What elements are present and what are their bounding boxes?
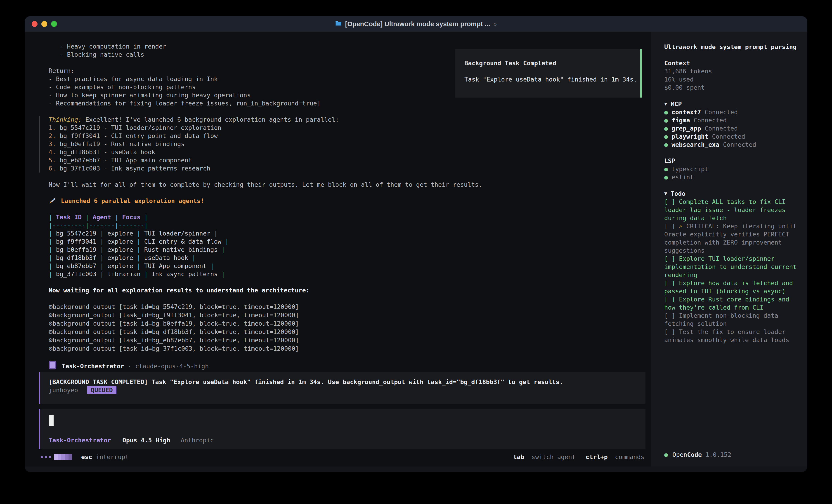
text-segment: Rust native bindings [144,246,218,253]
text-segment: context7 [668,109,701,116]
text-segment: 1. [49,124,56,131]
todo-item: [ ] Explore TUI loader/spinner implement… [664,255,798,279]
transcript-line: |---------|-------|-------| [49,221,627,229]
blank-line [49,353,627,361]
agent-status-line: Task-Orchestrator Opus 4.5 High Anthropi… [49,436,214,444]
lsp-list: ● typescript● eslint [664,165,798,181]
todo-header-label: Todo [671,190,685,197]
blank-line [49,172,627,180]
transcript-line: 6. bg_37f1c003 - Ink async patterns rese… [49,164,627,172]
gear-icon: ⚙ [49,344,53,352]
transcript-line: | bg_eb87ebb7 | explore | TUI App compon… [49,262,627,270]
text-segment: | [133,238,144,245]
lsp-item: ● typescript [664,165,798,173]
text-segment: typescript [668,166,708,172]
text-segment: [ ] Explore Rust core bindings and how t… [664,296,793,311]
text-segment: - How to keep spinner animating during h… [49,92,251,99]
text-segment: | [133,262,144,270]
text-segment: [ ] Explore how data is fetched and pass… [664,280,797,295]
close-button[interactable] [32,21,37,27]
status-dot-icon: ● [664,133,668,140]
text-segment: bg_5547c219 [56,230,97,237]
text-segment: 5. [49,157,56,164]
lsp-section: LSP ● typescript● eslint [664,157,798,181]
text-segment: Focus [122,214,140,221]
text-segment: bg_f9ff3041 [56,238,97,245]
todo-list: [ ] Complete ALL tasks to fix CLI loader… [664,198,798,344]
todo-item: [ ] Explore Rust core bindings and how t… [664,296,798,312]
status-dot-icon: ● [664,174,668,180]
transcript-line: - Recommendations for fixing loader free… [49,100,627,108]
username: junhoyeo [49,387,78,394]
transcript-line: | Task ID | Agent | Focus | [49,213,627,221]
text-cursor [49,415,54,426]
text-segment: | [111,214,122,221]
spinner-dots-icon [41,456,51,458]
text-segment: bg_37f1c003 - Ink async patterns researc… [56,165,210,172]
text-segment: 4. [49,148,56,156]
mcp-list: ● context7 Connected● figma Connected● g… [664,108,798,149]
text-segment: [ ] Test the fix to ensure loader animat… [664,328,789,343]
queued-message-meta: junhoyeo QUEUED [49,386,646,394]
background-task-toast[interactable]: Background Task Completed Task "Explore … [455,49,642,97]
text-segment: | [49,271,56,278]
blank-line [49,278,627,286]
text-segment: [ ] [664,223,679,230]
text-segment: background_output [task_id=bg_eb87ebb7, … [53,337,299,344]
text-segment: background_output [task_id=bg_37f1c003, … [53,345,299,352]
text-segment: - Recommendations for fixing loader free… [49,100,320,107]
text-segment: 3. [49,140,56,147]
transcript-line: ⚙background_output [task_id=bg_b0effa19,… [49,319,627,328]
todo-header[interactable]: ▼Todo [664,190,798,198]
text-segment: | [82,214,93,221]
tab-key-hint: tab [513,453,524,460]
text-segment: [ ] Implement non-blocking data fetching… [664,312,782,327]
chevron-down-icon: ▼ [664,191,667,196]
text-segment: | [140,271,152,278]
transcript-line: ⚙background_output [task_id=bg_37f1c003,… [49,344,627,353]
text-segment: explore [107,230,133,237]
blank-line [49,108,627,116]
zoom-button[interactable] [51,21,57,27]
model-name[interactable]: Opus 4.5 High [123,437,170,444]
minimize-button[interactable] [42,21,47,27]
text-segment: playwright [668,133,708,140]
esc-key-label: interrupt [96,453,129,461]
text-segment: websearch_exa [668,141,720,148]
text-segment: bg_b0effa19 - Rust native bindings [56,140,185,147]
transcript-line: ⚙background_output [task_id=bg_eb87ebb7,… [49,336,627,344]
context-section: Context 31,686 tokens 16% used $0.00 spe… [664,59,798,92]
context-used: 16% used [664,76,798,84]
text-segment: Return: [49,67,74,74]
todo-item: [ ] Explore how data is fetched and pass… [664,279,798,296]
agent-name[interactable]: Task-Orchestrator [49,437,111,444]
text-segment: bg_37f1c003 [56,271,97,278]
text-segment: · [124,363,135,370]
text-segment: explore [107,246,133,253]
text-segment: 6. [49,165,56,172]
text-segment: bg_5547c219 - TUI loader/spinner explora… [56,124,222,131]
text-segment: - Code examples of non-blocking patterns [49,84,196,90]
progress-blocks-icon [54,454,72,460]
title-bar: [OpenCode] Ultrawork mode system prompt … [25,16,807,32]
text-segment: bg_eb87ebb7 - TUI App main component [56,157,192,164]
status-bar-right: tab switch agent ctrl+p commands [503,453,644,461]
prompt-input[interactable]: Task-Orchestrator Opus 4.5 High Anthropi… [39,409,646,449]
tab-key-pair: tab switch agent [513,453,576,461]
sidebar-title: Ultrawork mode system prompt parsing [664,43,798,51]
transcript-line: ⚙background_output [task_id=bg_df18bb3f,… [49,328,627,336]
ctrlp-key-label: commands [615,453,644,460]
provider-name: Anthropic [181,437,214,444]
status-dot-icon: ● [664,166,668,172]
transcript-line: 2. bg_f9ff3041 - CLI entry point and dat… [49,132,627,140]
text-segment: | [207,262,214,270]
text-segment: | [49,214,56,221]
mcp-item: ● playwright Connected [664,133,798,141]
todo-item: [ ] ⚠ CRITICAL: Keep iterating until Ora… [664,222,798,255]
transcript-line: | bg_df18bb3f | explore | useData hook | [49,254,627,262]
ctrlp-key-pair: ctrl+p commands [586,453,644,461]
gear-icon: ⚙ [49,303,53,310]
mcp-header[interactable]: ▼MCP [664,100,798,108]
text-segment: TUI loader/spinner [144,230,210,237]
status-bar: esc interrupt tab switch agent ctrl+p co… [25,450,651,464]
